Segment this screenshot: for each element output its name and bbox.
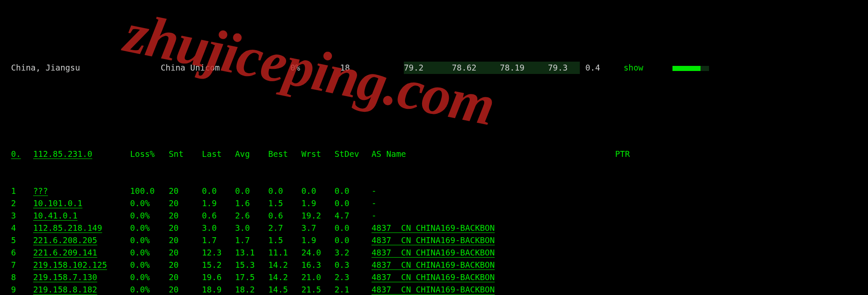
hop-ptr: [615, 197, 868, 210]
hop-ptr: [615, 222, 868, 234]
hop-as-name[interactable]: 4837 CN CHINA169-BACKBON: [372, 271, 615, 284]
hop-avg: 1.7: [235, 234, 268, 247]
hop-best: 14.2: [268, 259, 301, 271]
hop-loss: 0.0%: [130, 222, 169, 234]
header-loss: Loss%: [130, 148, 169, 160]
hop-as-name[interactable]: 4837 CN CHINA169-BACKBON: [372, 222, 615, 234]
hop-ip[interactable]: 219.158.7.130: [33, 271, 130, 284]
hop-stdev: 0.0: [335, 185, 368, 197]
hop-ptr: [615, 234, 868, 247]
metric-best: 78.19: [500, 62, 548, 74]
hop-avg: 1.6: [235, 197, 268, 210]
hop-stdev: 0.3: [335, 259, 368, 271]
hop-ip[interactable]: 221.6.209.141: [33, 247, 130, 259]
status-bar: China, Jiangsu China Unicom 0% 18 79.2 7…: [0, 62, 868, 74]
hop-avg: 15.3: [235, 259, 268, 271]
hop-as-name[interactable]: 4837 CN CHINA169-BACKBON: [372, 259, 615, 271]
hop-avg: 17.5: [235, 271, 268, 284]
hop-stdev: 2.1: [335, 284, 368, 295]
hop-wrst: 21.5: [301, 284, 335, 295]
isp-cell: China Unicom: [161, 62, 290, 74]
hop-snt: 20: [169, 234, 202, 247]
hop-ptr: [615, 185, 868, 197]
watermark-text: zhujiceping.com: [125, 26, 669, 148]
header-wrst: Wrst: [301, 148, 335, 160]
table-row: 210.101.0.10.0%201.91.61.51.90.0-: [0, 197, 868, 210]
hop-avg: 0.0: [235, 185, 268, 197]
hop-ptr: [615, 271, 868, 284]
hop-snt: 20: [169, 247, 202, 259]
hop-number: 1: [11, 185, 33, 197]
hop-last: 1.9: [202, 197, 235, 210]
hop-as-name[interactable]: 4837 CN CHINA169-BACKBON: [372, 247, 615, 259]
hop-last: 12.3: [202, 247, 235, 259]
hop-snt: 20: [169, 185, 202, 197]
hop-last: 3.0: [202, 222, 235, 234]
hop-ip[interactable]: 219.158.102.125: [33, 259, 130, 271]
hop-loss: 100.0: [130, 185, 169, 197]
hop-last: 18.9: [202, 284, 235, 295]
header-last: Last: [202, 148, 235, 160]
header-ip: 112.85.231.0: [33, 148, 130, 160]
hop-snt: 20: [169, 210, 202, 222]
hop-ip[interactable]: 112.85.218.149: [33, 222, 130, 234]
hop-as-name[interactable]: 4837 CN CHINA169-BACKBON: [372, 284, 615, 295]
location-cell: China, Jiangsu: [11, 62, 161, 74]
hop-best: 14.5: [268, 284, 301, 295]
hop-as-name[interactable]: 4837 CN CHINA169-BACKBON: [372, 234, 615, 247]
table-row: 7219.158.102.1250.0%2015.215.314.216.30.…: [0, 259, 868, 271]
hop-best: 1.5: [268, 197, 301, 210]
hop-stdev: 2.3: [335, 271, 368, 284]
hop-snt: 20: [169, 271, 202, 284]
table-row: 9219.158.8.1820.0%2018.918.214.521.52.14…: [0, 284, 868, 295]
metric-snt: 18: [340, 62, 390, 74]
metric-avg: 78.62: [452, 62, 500, 74]
signal-bar: [672, 62, 711, 99]
hop-number: 8: [11, 271, 33, 284]
hop-number: 7: [11, 259, 33, 271]
hop-ip[interactable]: 10.101.0.1: [33, 197, 130, 210]
hop-snt: 20: [169, 259, 202, 271]
hop-ptr: [615, 247, 868, 259]
hop-loss: 0.0%: [130, 234, 169, 247]
hop-snt: 20: [169, 222, 202, 234]
hop-loss: 0.0%: [130, 247, 169, 259]
hop-avg: 3.0: [235, 222, 268, 234]
table-row: 310.41.0.10.0%200.62.60.619.24.7-: [0, 210, 868, 222]
hop-ip[interactable]: ???: [33, 185, 130, 197]
hop-avg: 2.6: [235, 210, 268, 222]
hop-ptr: [615, 210, 868, 222]
hop-stdev: 4.7: [335, 210, 368, 222]
header-best: Best: [268, 148, 301, 160]
hop-wrst: 0.0: [301, 185, 335, 197]
hop-stdev: 0.0: [335, 197, 368, 210]
hop-loss: 0.0%: [130, 259, 169, 271]
header-stdev: StDev: [335, 148, 368, 160]
hop-last: 1.7: [202, 234, 235, 247]
header-hop: 0.: [11, 148, 33, 160]
hop-as-name: -: [372, 210, 615, 222]
hop-ip[interactable]: 221.6.208.205: [33, 234, 130, 247]
hop-loss: 0.0%: [130, 284, 169, 295]
header-ptr: PTR: [615, 148, 868, 160]
hop-stdev: 0.0: [335, 234, 368, 247]
table-row: 8219.158.7.1300.0%2019.617.514.221.02.34…: [0, 271, 868, 284]
header-as: AS Name: [372, 148, 615, 160]
hop-wrst: 19.2: [301, 210, 335, 222]
show-link[interactable]: show: [624, 62, 672, 74]
hop-snt: 20: [169, 197, 202, 210]
hop-last: 15.2: [202, 259, 235, 271]
hop-wrst: 24.0: [301, 247, 335, 259]
hop-ip[interactable]: 10.41.0.1: [33, 210, 130, 222]
hop-last: 0.6: [202, 210, 235, 222]
metric-wrst: 79.3: [548, 62, 580, 74]
table-row: 6221.6.209.1410.0%2012.313.111.124.03.24…: [0, 247, 868, 259]
hop-ip[interactable]: 219.158.8.182: [33, 284, 130, 295]
table-header: 0. 112.85.231.0 Loss% Snt Last Avg Best …: [0, 148, 868, 160]
hop-number: 4: [11, 222, 33, 234]
hop-loss: 0.0%: [130, 271, 169, 284]
hop-as-name: -: [372, 197, 615, 210]
table-row: 4112.85.218.1490.0%203.03.02.73.70.04837…: [0, 222, 868, 234]
hop-number: 2: [11, 197, 33, 210]
hop-loss: 0.0%: [130, 210, 169, 222]
